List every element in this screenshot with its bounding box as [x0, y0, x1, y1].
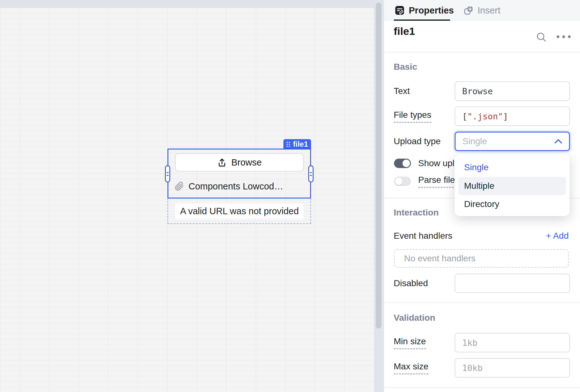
panel-tab-bar: Properties Insert: [384, 0, 580, 21]
tab-properties-label: Properties: [409, 5, 454, 16]
min-size-input[interactable]: 1kb: [455, 333, 570, 352]
canvas-scrollbar-thumb[interactable]: [376, 3, 381, 329]
show-upload-toggle[interactable]: [394, 159, 411, 168]
file-types-value: ".json": [467, 112, 503, 121]
upload-icon: [217, 158, 227, 167]
max-size-row-label-wrap: Max size: [394, 358, 428, 378]
tab-properties[interactable]: Properties: [395, 0, 454, 21]
app-window: file1 Browse Components Lowcod… A vali: [0, 0, 580, 392]
text-input[interactable]: Browse: [455, 81, 570, 101]
file-types-bracket-close: ]: [503, 112, 508, 121]
properties-icon: [395, 5, 405, 15]
add-event-handler-button[interactable]: + Add: [546, 228, 569, 244]
canvas-browse-button[interactable]: Browse: [175, 153, 304, 172]
interaction-section-title: Interaction: [394, 208, 439, 218]
file-types-label: File types: [394, 110, 431, 123]
component-name-title: file1: [394, 25, 415, 37]
parse-files-label: Parse files: [418, 175, 459, 188]
file-types-row-label-wrap: File types: [394, 106, 431, 126]
component-error-message: A valid URL was not provided: [175, 204, 304, 219]
toggle-knob: [395, 177, 402, 185]
min-size-label: Min size: [394, 336, 426, 349]
tab-insert-label: Insert: [478, 5, 501, 16]
empty-state-text: No event handlers: [404, 253, 475, 264]
canvas-top-band: [0, 0, 384, 8]
disabled-label: Disabled: [394, 278, 428, 288]
chevron-up-icon: [554, 139, 563, 144]
file-types-input[interactable]: [".json"]: [455, 106, 570, 126]
min-size-placeholder: 1kb: [462, 338, 478, 348]
validation-section-header[interactable]: Validation: [394, 313, 435, 323]
upload-type-label: Upload type: [394, 136, 440, 146]
min-size-row-label-wrap: Min size: [394, 333, 426, 352]
resize-handle-right[interactable]: [308, 165, 314, 182]
component-selection-tag[interactable]: file1: [283, 139, 311, 149]
parse-files-toggle[interactable]: [394, 177, 411, 186]
disabled-row-label-wrap: Disabled: [394, 274, 428, 293]
divider: [384, 387, 580, 388]
dropdown-option-multiple[interactable]: Multiple: [464, 177, 494, 195]
disabled-input[interactable]: [455, 274, 570, 293]
basic-section-title: Basic: [394, 62, 417, 72]
upload-type-dropdown: Single Multiple Directory: [455, 155, 570, 216]
more-options-icon[interactable]: [556, 35, 571, 38]
insert-icon: [464, 6, 473, 15]
toggle-knob: [402, 160, 410, 167]
parse-files-label-wrap: Parse files: [418, 175, 459, 187]
event-handlers-empty-state: No event handlers: [394, 249, 569, 268]
event-handlers-label: Event handlers: [394, 231, 452, 241]
search-icon[interactable]: [535, 31, 547, 43]
option-label: Directory: [464, 199, 499, 209]
editor-canvas[interactable]: file1 Browse Components Lowcod… A vali: [0, 0, 374, 392]
drag-grip-icon: [286, 141, 290, 147]
max-size-label: Max size: [394, 362, 428, 374]
upload-type-placeholder: Single: [462, 136, 487, 146]
add-button-label: + Add: [546, 231, 569, 241]
tab-insert[interactable]: Insert: [464, 0, 501, 21]
max-size-placeholder: 10kb: [462, 363, 483, 373]
upload-type-row-label-wrap: Upload type: [394, 132, 440, 151]
error-text: A valid URL was not provided: [180, 206, 299, 216]
option-label: Multiple: [464, 181, 494, 191]
validation-section-title: Validation: [394, 313, 435, 323]
panel-header: file1: [384, 21, 580, 52]
interaction-section-header[interactable]: Interaction: [394, 208, 439, 217]
dropdown-option-single[interactable]: Single: [464, 161, 489, 174]
text-label: Text: [394, 86, 410, 96]
text-row-label-wrap: Text: [394, 81, 410, 101]
attached-file-name: Components Lowcod…: [189, 181, 283, 192]
attached-file-row[interactable]: Components Lowcod…: [175, 181, 307, 192]
upload-type-select[interactable]: Single: [455, 132, 570, 151]
text-input-value: Browse: [462, 86, 493, 96]
file-types-bracket-open: [: [462, 112, 467, 121]
component-tag-label: file1: [293, 140, 308, 149]
divider: [384, 302, 580, 303]
dropdown-option-directory[interactable]: Directory: [464, 198, 499, 211]
divider: [384, 52, 580, 52]
paperclip-icon: [175, 182, 184, 191]
resize-handle-left[interactable]: [165, 165, 170, 182]
basic-section-header[interactable]: Basic: [394, 62, 417, 72]
canvas-browse-label: Browse: [231, 157, 262, 168]
event-handlers-row: Event handlers + Add: [384, 228, 580, 244]
option-label: Single: [464, 162, 489, 172]
max-size-input[interactable]: 10kb: [455, 358, 570, 378]
